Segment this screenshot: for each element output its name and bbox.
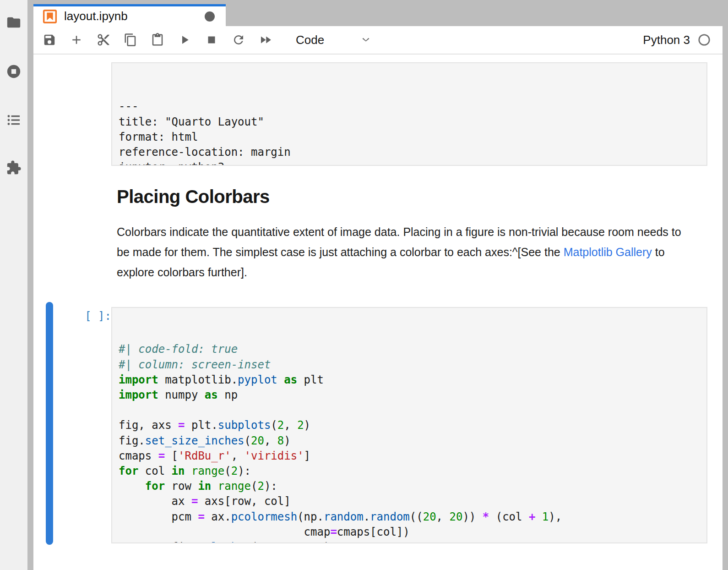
unsaved-changes-dot[interactable] [205,11,215,22]
paste-cells-button[interactable] [150,32,165,48]
copy-icon [124,33,137,47]
restart-icon [232,33,245,47]
cell-type-dropdown[interactable]: Code [296,33,373,47]
markdown-cell[interactable]: Placing Colorbars Colorbars indicate the… [117,186,690,282]
stop-circle-icon [6,64,22,79]
sidebar-item-table-of-contents[interactable] [6,112,22,128]
scissors-icon [97,33,110,47]
kernel-indicator[interactable]: Python 3 [643,33,711,47]
markdown-paragraph: Colorbars indicate the quantitative exte… [117,222,690,282]
matplotlib-gallery-link[interactable]: Matplotlib Gallery [564,246,652,258]
chevron-down-icon [359,33,373,47]
sidebar-item-file-browser[interactable] [6,15,22,30]
jupyterlab-app: { "colors": { "accent_blue": "#2176d9", … [0,0,728,570]
interrupt-kernel-button[interactable] [204,32,219,48]
fast-forward-icon [259,33,272,47]
tab-layout-ipynb[interactable]: layout.ipynb [33,4,226,26]
notebook-panel: Code Python 3 --- title: "Quarto Layout"… [33,26,723,570]
notebook-content: --- title: "Quarto Layout" format: html … [33,55,723,569]
tab-title: layout.ipynb [64,9,205,23]
restart-run-all-button[interactable] [258,32,273,48]
list-icon [6,112,22,128]
stop-icon [205,33,218,47]
play-icon [178,33,191,47]
execution-prompt: [ ]: [52,310,111,323]
paste-icon [151,33,164,47]
puzzle-icon [6,160,22,175]
markdown-heading: Placing Colorbars [117,186,690,207]
code-cell-editor[interactable]: #| code-fold: true#| column: screen-inse… [111,307,707,543]
kernel-status-icon [698,33,711,46]
activity-sidebar [0,0,27,570]
notebook-icon [43,9,57,24]
raw-editor-content: --- title: "Quarto Layout" format: html … [119,99,700,166]
cell-collapser[interactable] [46,302,53,545]
run-cell-button[interactable] [177,32,192,48]
sidebar-item-extensions[interactable] [6,160,22,175]
notebook-toolbar: Code Python 3 [33,26,723,55]
save-button[interactable] [42,32,57,48]
folder-icon [6,15,22,30]
kernel-name: Python 3 [643,33,690,47]
copy-cells-button[interactable] [123,32,138,48]
save-icon [43,33,56,47]
plus-icon [70,33,83,47]
raw-cell-editor[interactable]: --- title: "Quarto Layout" format: html … [111,62,707,166]
code-editor-content: #| code-fold: true#| column: screen-inse… [119,342,700,543]
restart-kernel-button[interactable] [231,32,246,48]
insert-cell-button[interactable] [69,32,84,48]
sidebar-item-running-sessions[interactable] [6,64,22,79]
cut-cells-button[interactable] [96,32,111,48]
cell-type-value: Code [296,33,324,47]
